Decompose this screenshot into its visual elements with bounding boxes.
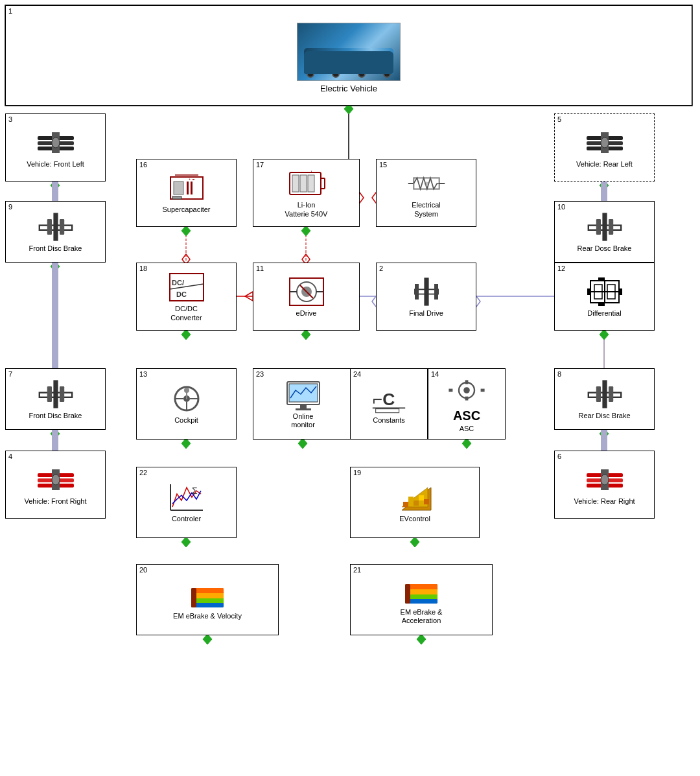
block-num-20: 20 (139, 566, 147, 574)
block-online-monitor: 23 Onlinemonitor (253, 368, 353, 440)
svg-rect-153 (465, 381, 469, 384)
svg-marker-23 (181, 329, 191, 340)
svg-rect-68 (601, 180, 607, 201)
block-supercapaciter: 16 + Supercapaciter (136, 159, 237, 227)
block-label-asc-large: ASC (453, 408, 480, 423)
svg-rect-91 (300, 175, 307, 192)
svg-text:+: + (189, 177, 191, 181)
block-constants: 24 ⌐C Constants (350, 368, 428, 440)
svg-text:DC: DC (176, 290, 187, 298)
svg-rect-154 (465, 397, 469, 401)
svg-rect-104 (602, 213, 607, 241)
block-num-6: 6 (557, 453, 561, 460)
block-num-1: 1 (8, 7, 12, 15)
svg-marker-30 (298, 438, 307, 449)
block-vehicle-front-left: 3 Vehicle: Front Left (5, 113, 106, 182)
svg-point-152 (463, 388, 470, 394)
svg-rect-83 (191, 182, 192, 194)
svg-rect-134 (47, 386, 51, 402)
evcontrol-icon (395, 481, 434, 513)
svg-rect-146 (300, 405, 307, 408)
block-front-disc-brake-7: 7 Front Disc Brake (5, 368, 106, 430)
cockpit-icon (167, 382, 206, 415)
brake-drum-icon-3 (36, 126, 75, 159)
svg-rect-67 (52, 429, 58, 451)
block-num-10: 10 (557, 203, 565, 211)
svg-text:-: - (292, 169, 294, 175)
block-em-ebrake-velocity: 20 EM eBrake & Velocity (136, 564, 279, 635)
svg-point-165 (52, 475, 60, 485)
block-label-7: Front Disc Brake (29, 412, 82, 420)
svg-marker-36 (417, 634, 426, 644)
block-em-ebrake-acceleration: 21 EM eBrake &Acceleration (350, 564, 493, 635)
svg-rect-121 (415, 284, 419, 300)
block-controler: 22 Σ Controler (136, 467, 237, 538)
svg-marker-31 (462, 438, 471, 449)
block-label-21: EM eBrake &Acceleration (401, 608, 443, 625)
block-num-15: 15 (379, 161, 387, 169)
block-num-13: 13 (139, 370, 147, 378)
block-label-8: Rear Disc Brake (578, 412, 630, 420)
svg-rect-92 (308, 175, 314, 192)
disc-brake-icon-7 (36, 378, 75, 410)
block-asc: 14 ASC ASC (428, 368, 506, 440)
block-electric-vehicle: 1 El (5, 5, 692, 106)
svg-rect-178 (414, 500, 419, 506)
block-differential: 12 Differential (554, 263, 655, 331)
svg-rect-179 (419, 495, 424, 500)
svg-rect-150 (376, 409, 399, 413)
svg-rect-155 (449, 389, 452, 392)
block-label-9: Front Disc Brake (29, 244, 82, 253)
svg-rect-147 (296, 408, 311, 410)
block-label-20: EM eBrake & Velocity (173, 612, 242, 620)
svg-text:Σ: Σ (192, 486, 198, 496)
block-num-8: 8 (557, 370, 561, 378)
block-num-9: 9 (8, 203, 12, 211)
svg-marker-17 (51, 261, 60, 272)
block-num-22: 22 (139, 469, 147, 476)
block-label-17: Li-IonVatterie 540V (285, 201, 328, 218)
svg-point-98 (424, 182, 428, 185)
svg-rect-78 (47, 219, 51, 235)
svg-marker-35 (203, 634, 212, 644)
svg-rect-108 (170, 274, 204, 301)
em-brake-acceleration-icon (402, 574, 441, 607)
block-num-19: 19 (353, 469, 361, 476)
svg-marker-18 (181, 226, 191, 236)
svg-text:⌐C: ⌐C (373, 390, 395, 409)
block-label-5: Vehicle: Rear Left (576, 160, 633, 169)
svg-point-142 (184, 388, 189, 393)
block-label-16: Supercapaciter (163, 206, 211, 214)
svg-rect-128 (587, 288, 590, 295)
svg-rect-122 (434, 284, 438, 300)
brake-drum-icon-6 (585, 464, 624, 496)
block-num-3: 3 (8, 115, 12, 123)
svg-marker-24 (301, 329, 310, 340)
svg-rect-131 (598, 303, 605, 306)
block-num-11: 11 (256, 265, 264, 272)
svg-text:DC/: DC/ (172, 279, 184, 287)
block-num-2: 2 (379, 265, 383, 272)
block-evcontrol: 19 EVcontrol (350, 467, 480, 538)
block-cockpit: 13 Cockpit (136, 368, 237, 440)
block-electrical-system: 15 ElectricalSystem (376, 159, 476, 227)
block-label-2: Final Drive (409, 309, 443, 318)
block-label-19: EVcontrol (399, 515, 430, 523)
block-dcdc-converter: 18 DC/ DC DC/DCConverter (136, 263, 237, 331)
svg-rect-106 (596, 219, 600, 235)
disc-brake-icon-9 (36, 211, 75, 243)
block-num-21: 21 (353, 566, 361, 574)
block-label-23: Onlinemonitor (291, 412, 315, 429)
svg-rect-87 (172, 196, 181, 199)
electric-vehicle-label: Electric Vehicle (320, 84, 377, 94)
final-drive-icon (407, 276, 446, 308)
monitor-icon (284, 379, 323, 411)
block-rear-disc-brake-8: 8 Rear Disc Brake (554, 368, 655, 430)
svg-rect-176 (403, 502, 408, 507)
block-label-10: Rear Dosc Brake (578, 244, 632, 253)
svg-rect-186 (191, 588, 196, 607)
block-vehicle-front-right: 4 Vehicle: Front Right (5, 451, 106, 519)
svg-rect-180 (424, 499, 429, 504)
svg-rect-76 (53, 213, 58, 241)
svg-rect-192 (405, 584, 410, 604)
